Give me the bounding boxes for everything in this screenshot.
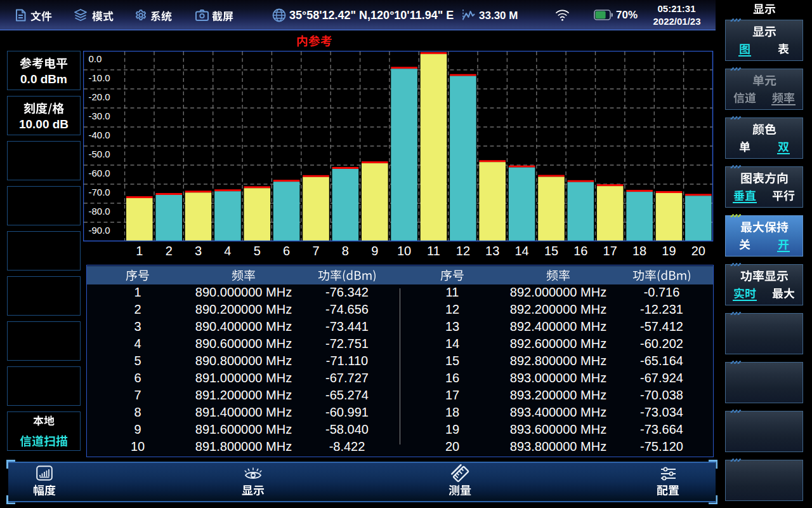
svg-text:20: 20	[691, 244, 705, 258]
svg-text:6: 6	[283, 244, 290, 258]
svg-text:-30.0: -30.0	[89, 110, 110, 121]
svg-text:9: 9	[371, 244, 378, 258]
svg-text:-20.0: -20.0	[89, 91, 110, 102]
svg-text:-40.0: -40.0	[89, 130, 110, 140]
svg-text:-50.0: -50.0	[89, 149, 110, 159]
svg-text:14: 14	[514, 244, 528, 258]
svg-text:-10.0: -10.0	[89, 72, 110, 83]
svg-text:10: 10	[397, 244, 411, 258]
svg-text:16: 16	[573, 244, 587, 258]
svg-text:3: 3	[195, 244, 202, 258]
svg-text:0.0: 0.0	[89, 53, 102, 64]
svg-text:4: 4	[224, 244, 231, 258]
svg-text:19: 19	[662, 244, 676, 258]
svg-text:12: 12	[456, 244, 470, 258]
svg-text:5: 5	[254, 244, 261, 258]
svg-text:13: 13	[485, 244, 499, 258]
svg-text:7: 7	[312, 244, 319, 258]
svg-text:-80.0: -80.0	[89, 206, 110, 217]
svg-text:18: 18	[632, 244, 646, 258]
svg-text:-70.0: -70.0	[89, 187, 110, 197]
svg-text:11: 11	[427, 244, 440, 258]
svg-text:-60.0: -60.0	[89, 168, 110, 178]
svg-text:-90.0: -90.0	[89, 225, 110, 236]
svg-text:2: 2	[166, 244, 173, 258]
svg-text:15: 15	[544, 244, 558, 258]
svg-text:17: 17	[603, 244, 617, 258]
svg-text:8: 8	[342, 244, 349, 258]
svg-text:1: 1	[136, 244, 143, 258]
